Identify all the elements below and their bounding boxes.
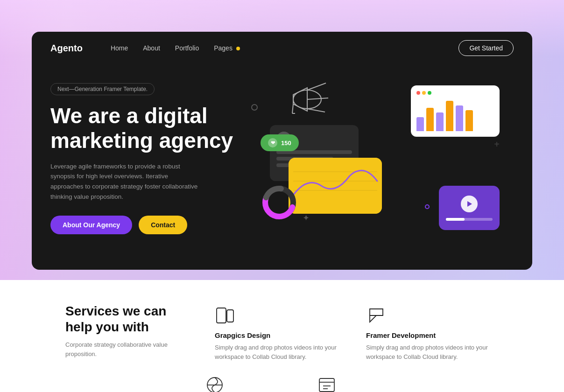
nav-link-pages[interactable]: Pages [214,44,240,52]
bar-2 [426,108,434,131]
service-card-framer: Framer Development Simply drag and drop … [366,303,499,362]
svg-line-5 [292,104,293,113]
service-icon-bottom-2 [317,376,336,392]
svg-marker-19 [370,315,376,322]
bar-3 [436,112,444,131]
hero-illustration: + + + ✦ ✦ [247,78,514,246]
progress-fill [446,218,465,221]
framer-title: Framer Development [366,331,499,339]
nav-links: Home About Portfolio Pages [111,44,459,52]
get-started-button[interactable]: Get Started [458,40,514,56]
graphics-icon [215,305,235,326]
svg-rect-16 [217,308,226,323]
wavy-chart-card [289,158,382,214]
play-button[interactable] [461,196,478,212]
services-grid: Services we can help you with Corporate … [65,303,499,362]
like-count: 150 [281,140,291,147]
nav-link-portfolio[interactable]: Portfolio [175,44,199,52]
svg-marker-18 [370,309,383,315]
svg-marker-1 [293,88,307,111]
deco-circle-2 [425,204,430,209]
video-progress [446,218,493,221]
service-card-graphics: Grapgics Design Simply drag and drop pho… [215,303,347,362]
deco-star-2: ✦ [303,213,310,223]
heart-icon: ❤ [268,138,277,147]
hero-body: Next—Generation Framer Template. We are … [32,64,532,246]
dot-green [428,91,431,95]
services-bottom-row [65,376,499,392]
bar-1 [416,117,424,131]
about-agency-button[interactable]: About Our Agency [50,216,132,234]
deco-plus-2: + [494,139,500,150]
hero-left: Next—Generation Framer Template. We are … [50,78,247,246]
deco-circle-1 [251,104,258,111]
video-card [439,186,500,230]
dot-yellow [422,91,426,95]
svg-rect-17 [227,310,233,322]
bar-4 [446,101,453,131]
nav-logo: Agento [50,43,83,54]
graphics-title: Grapgics Design [215,331,347,339]
svg-line-2 [307,83,326,90]
services-section: Services we can help you with Corporate … [0,280,564,392]
services-heading: Services we can help you with [65,303,196,335]
framer-desc: Simply drag and drop photos videos into … [366,343,499,362]
svg-line-3 [307,98,328,99]
svg-line-4 [307,109,325,112]
nav-link-about[interactable]: About [143,44,160,52]
donut-chart [261,184,298,223]
megaphone-illustration [284,78,331,122]
services-subtext: Corporate strategy collaborative value p… [65,340,196,358]
services-heading-block: Services we can help you with Corporate … [65,303,196,362]
card-dots [416,91,494,95]
nav-link-home[interactable]: Home [111,44,128,52]
service-icon-bottom-1 [205,376,224,392]
dot-red [416,91,420,95]
framer-icon [366,305,387,326]
pages-dot-icon [236,47,240,50]
hero-title: We are a digital marketing agency [50,104,247,153]
graphics-desc: Simply drag and drop photos videos into … [215,343,347,362]
like-card: ❤ 150 [261,134,299,151]
svg-rect-22 [319,378,334,392]
bar-6 [465,110,473,131]
hero-buttons: About Our Agency Contact [50,216,247,234]
svg-marker-12 [467,201,472,207]
bar-5 [456,105,463,131]
hero-section: Agento Home About Portfolio Pages Get St… [32,32,532,270]
contact-button[interactable]: Contact [139,216,187,234]
chart-bars [416,103,494,131]
hero-badge: Next—Generation Framer Template. [50,83,155,95]
stats-card [411,85,500,137]
navbar: Agento Home About Portfolio Pages Get St… [32,32,532,64]
hero-description: Leverage agile frameworks to provide a r… [50,161,200,202]
